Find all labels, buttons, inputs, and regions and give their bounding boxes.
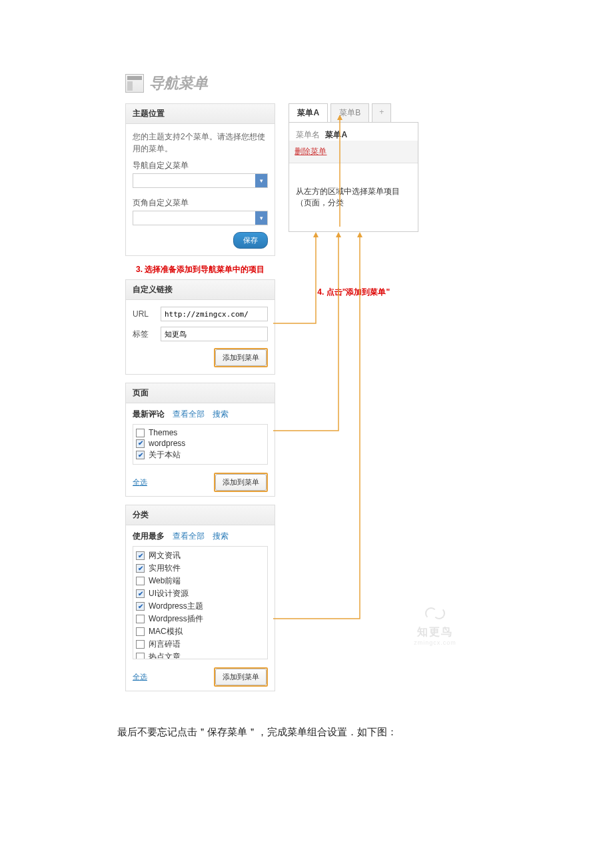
list-item: 热点文章	[136, 651, 265, 659]
watermark-title: 知更鸟	[385, 625, 485, 639]
page-title: 导航菜单	[149, 73, 208, 93]
list-item-label: UI设计资源	[149, 588, 189, 599]
menu-tab-b[interactable]: 菜单B	[330, 103, 369, 122]
add-custom-link-button[interactable]: 添加到菜单	[215, 349, 267, 366]
custom-link-panel: 自定义链接 URL 标签 添加到菜单	[125, 279, 275, 375]
delete-menu-link[interactable]: 删除菜单	[295, 147, 326, 156]
menu-tab-a[interactable]: 菜单A	[289, 103, 328, 122]
checkbox[interactable]	[136, 653, 145, 659]
list-item-label: 网文资讯	[149, 550, 181, 561]
checkbox[interactable]	[136, 451, 145, 459]
pages-title: 页面	[126, 383, 275, 403]
theme-location-title: 主题位置	[126, 104, 275, 124]
menu-tab-add[interactable]: +	[372, 103, 391, 122]
checkbox[interactable]	[136, 429, 145, 437]
custom-link-title: 自定义链接	[126, 280, 275, 300]
nav-menu-select[interactable]: ▾	[133, 173, 268, 188]
list-item: Web前端	[136, 575, 265, 587]
pages-tab-search[interactable]: 搜索	[213, 409, 229, 420]
nav-menu-label: 导航自定义菜单	[133, 160, 268, 171]
checkbox[interactable]	[136, 564, 145, 573]
annotation-step-4: 4. 点击"添加到菜单"	[289, 287, 418, 298]
nav-menu-icon	[125, 74, 144, 93]
categories-select-all[interactable]: 全选	[133, 672, 147, 682]
categories-tab-most[interactable]: 使用最多	[133, 531, 165, 542]
list-item-label: 实用软件	[149, 563, 181, 574]
list-item-label: 关于本站	[149, 449, 181, 461]
checkbox[interactable]	[136, 577, 145, 585]
footer-menu-select[interactable]: ▾	[133, 211, 268, 225]
footer-instruction: 最后不要忘记点击＂保存菜单＂，完成菜单组合设置．如下图：	[117, 726, 613, 739]
list-item-label: Web前端	[149, 575, 181, 587]
list-item: 关于本站	[136, 449, 265, 461]
list-item: UI设计资源	[136, 587, 265, 600]
theme-location-desc: 您的主题支持2个菜单。请选择您想使用的菜单。	[133, 131, 268, 155]
checkbox[interactable]	[136, 627, 145, 636]
list-item-label: Wordpress主题	[149, 601, 203, 612]
list-item-label: Wordpress插件	[149, 613, 203, 625]
categories-panel: 分类 使用最多 查看全部 搜索 网文资讯实用软件Web前端UI设计资源Wordp…	[125, 505, 275, 691]
checkbox[interactable]	[136, 551, 145, 560]
annotation-step-3: 3. 选择准备添加到导航菜单中的项目	[125, 264, 275, 275]
categories-tab-all[interactable]: 查看全部	[173, 531, 205, 542]
chevron-down-icon: ▾	[255, 211, 267, 225]
add-custom-link-highlight: 添加到菜单	[214, 348, 268, 367]
watermark-sub: zmingcx.com	[385, 639, 485, 646]
list-item: MAC模拟	[136, 625, 265, 638]
menu-tabs: 菜单A 菜单B +	[289, 103, 418, 122]
url-input[interactable]	[161, 307, 268, 321]
menu-editor: 菜单名 菜单A 删除菜单 从左方的区域中选择菜单项目（页面，分类	[289, 122, 418, 232]
menu-empty-hint: 从左方的区域中选择菜单项目（页面，分类	[296, 170, 411, 225]
chevron-down-icon: ▾	[255, 174, 267, 187]
pages-panel: 页面 最新评论 查看全部 搜索 Themeswordpress关于本站 全选 添…	[125, 383, 275, 497]
checkbox[interactable]	[136, 589, 145, 598]
list-item-label: 热点文章	[149, 651, 181, 659]
pages-tab-recent[interactable]: 最新评论	[133, 409, 165, 420]
list-item-label: 闲言碎语	[149, 639, 181, 650]
watermark: 知更鸟 zmingcx.com	[385, 601, 485, 646]
list-item: Wordpress主题	[136, 600, 265, 613]
list-item-label: MAC模拟	[149, 626, 183, 637]
checkbox[interactable]	[136, 640, 145, 649]
footer-menu-label: 页角自定义菜单	[133, 197, 268, 209]
list-item: wordpress	[136, 438, 265, 449]
theme-location-panel: 主题位置 您的主题支持2个菜单。请选择您想使用的菜单。 导航自定义菜单 ▾ 页角…	[125, 103, 275, 256]
categories-tab-search[interactable]: 搜索	[213, 531, 229, 542]
list-item: 实用软件	[136, 562, 265, 575]
pages-select-all[interactable]: 全选	[133, 477, 147, 487]
categories-list: 网文资讯实用软件Web前端UI设计资源Wordpress主题Wordpress插…	[133, 546, 268, 659]
add-pages-button[interactable]: 添加到菜单	[215, 474, 267, 491]
menu-name-value: 菜单A	[325, 129, 347, 141]
pages-list: Themeswordpress关于本站	[133, 424, 268, 465]
add-pages-highlight: 添加到菜单	[214, 473, 268, 492]
checkbox[interactable]	[136, 439, 145, 448]
add-categories-highlight: 添加到菜单	[214, 667, 268, 687]
save-button[interactable]: 保存	[233, 232, 268, 249]
list-item: 闲言碎语	[136, 638, 265, 651]
categories-title: 分类	[126, 505, 275, 525]
checkbox[interactable]	[136, 615, 145, 623]
checkbox[interactable]	[136, 602, 145, 611]
tag-label: 标签	[133, 329, 155, 340]
watermark-logo-icon	[424, 601, 446, 624]
menu-name-label: 菜单名	[296, 129, 320, 141]
list-item: Wordpress插件	[136, 613, 265, 625]
list-item: Themes	[136, 427, 265, 438]
add-categories-button[interactable]: 添加到菜单	[215, 669, 267, 685]
list-item-label: wordpress	[149, 439, 185, 448]
tag-input[interactable]	[161, 327, 268, 341]
list-item-label: Themes	[149, 428, 177, 437]
pages-tab-all[interactable]: 查看全部	[173, 409, 205, 420]
list-item: 网文资讯	[136, 549, 265, 562]
url-label: URL	[133, 309, 155, 319]
